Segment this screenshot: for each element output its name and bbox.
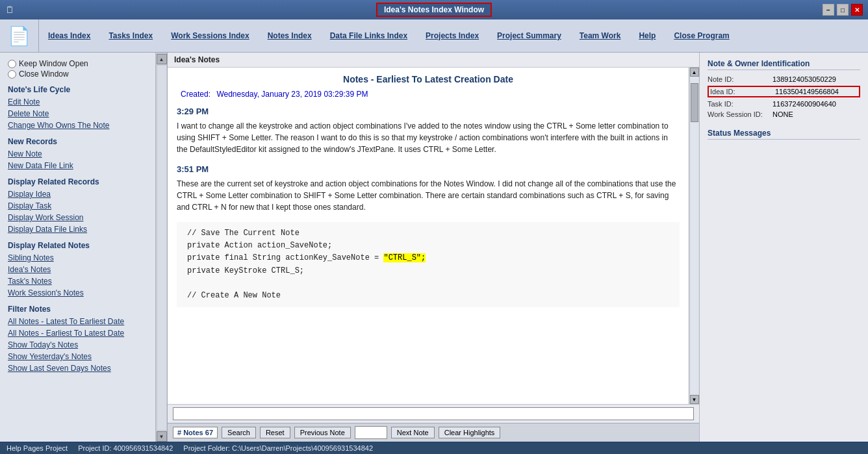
- sidebar-todays-notes[interactable]: Show Today's Notes: [8, 340, 147, 350]
- sidebar-display-work-session[interactable]: Display Work Session: [8, 212, 147, 223]
- close-window-radio[interactable]: Close Window: [8, 69, 147, 79]
- search-input[interactable]: [173, 407, 694, 420]
- status-project-folder: Project Folder: C:\Users\Darren\Projects…: [183, 444, 373, 452]
- note2-time: 3:51 PM: [177, 164, 680, 174]
- note2-text: These are the current set of keystroke a…: [177, 178, 680, 213]
- task-id-value: 1163724600904640: [772, 100, 836, 108]
- close-button[interactable]: ✕: [851, 4, 863, 16]
- sidebar-display-data-file-links[interactable]: Display Data File Links: [8, 224, 147, 234]
- menu-item-ideas-index[interactable]: Ideas Index: [39, 26, 99, 45]
- code-line-4: private KeyStroke CTRL_S;: [187, 265, 669, 277]
- code-line-3: private final String actionKey_SaveNote …: [187, 252, 669, 264]
- status-project-id: Project ID: 400956931534842: [78, 444, 173, 452]
- notes-scrollbar[interactable]: ▲ ▼: [689, 68, 699, 404]
- task-id-row: Task ID: 1163724600904640: [708, 100, 860, 108]
- idea-id-row: Idea ID: 1163504149566804: [708, 86, 860, 97]
- menu-item-close-program[interactable]: Close Program: [665, 26, 738, 45]
- display-related-records-title: Display Related Records: [8, 177, 147, 186]
- created-label: Created:: [181, 90, 211, 99]
- sidebar-display-idea[interactable]: Display Idea: [8, 189, 147, 199]
- notes-scroll-thumb[interactable]: [691, 83, 698, 122]
- scroll-up-arrow[interactable]: ▲: [157, 54, 167, 64]
- sidebar: Keep Window Open Close Window Note's Lif…: [0, 53, 156, 442]
- status-project: Help Pages Project: [6, 444, 68, 452]
- task-id-label: Task ID:: [708, 100, 772, 108]
- window-controls: − □ ✕: [823, 4, 863, 16]
- app-icon: 🗒: [5, 5, 14, 15]
- note1-time: 3:29 PM: [177, 107, 680, 116]
- status-messages-title: Status Messages: [708, 129, 860, 140]
- sidebar-yesterdays-notes[interactable]: Show Yesterday's Notes: [8, 351, 147, 362]
- notes-scroll-down[interactable]: ▼: [690, 395, 699, 404]
- notes-scroll-up[interactable]: ▲: [690, 68, 699, 77]
- note-id-value: 1389124053050229: [772, 75, 836, 83]
- menu-item-help[interactable]: Help: [630, 26, 665, 45]
- next-note-button[interactable]: Next Note: [391, 427, 435, 438]
- code-line-1: // Save The Current Note: [187, 227, 669, 240]
- menu-item-work-sessions-index[interactable]: Work Sessions Index: [162, 26, 259, 45]
- notes-area-header: Idea's Notes: [168, 53, 699, 68]
- notes-sort-title: Notes - Earliest To Latest Creation Date: [177, 74, 680, 84]
- sidebar-all-notes-latest[interactable]: All Notes - Latest To Earliest Date: [8, 316, 147, 327]
- code-line-2: private Action action_SaveNote;: [187, 240, 669, 252]
- new-records-title: New Records: [8, 137, 147, 146]
- minimize-button[interactable]: −: [823, 4, 834, 16]
- code-line-5: [187, 277, 669, 290]
- note-navigation-input[interactable]: [355, 426, 387, 439]
- reset-button[interactable]: Reset: [260, 427, 290, 438]
- idea-id-value: 1163504149566804: [775, 88, 839, 95]
- sidebar-tasks-notes[interactable]: Task's Notes: [8, 276, 147, 286]
- sidebar-new-note[interactable]: New Note: [8, 149, 147, 159]
- menu-items: Ideas Index Tasks Index Work Sessions In…: [39, 26, 739, 45]
- menu-bar-icon: 📄: [0, 19, 39, 52]
- menu-item-tasks-index[interactable]: Tasks Index: [99, 26, 162, 45]
- identification-title: Note & Owner Identification: [708, 59, 860, 70]
- scroll-down-arrow[interactable]: ▼: [157, 431, 167, 442]
- notes-main: Idea's Notes Notes - Earliest To Latest …: [168, 53, 699, 442]
- sidebar-ideas-notes[interactable]: Idea's Notes: [8, 264, 147, 275]
- notes-content: Notes - Earliest To Latest Creation Date…: [168, 68, 689, 404]
- display-related-notes-title: Display Related Notes: [8, 241, 147, 250]
- note-id-row: Note ID: 1389124053050229: [708, 75, 860, 83]
- sidebar-all-notes-earliest[interactable]: All Notes - Earliest To Latest Date: [8, 328, 147, 338]
- menu-item-project-summary[interactable]: Project Summary: [488, 26, 570, 45]
- sidebar-delete-note[interactable]: Delete Note: [8, 108, 147, 119]
- previous-note-button[interactable]: Previous Note: [294, 427, 351, 438]
- notes-scroll-track[interactable]: [691, 77, 698, 395]
- clear-highlights-button[interactable]: Clear Highlights: [439, 427, 501, 438]
- search-button[interactable]: Search: [222, 427, 256, 438]
- sidebar-edit-note[interactable]: Edit Note: [8, 97, 147, 107]
- menu-item-team-work[interactable]: Team Work: [570, 26, 630, 45]
- right-panel: Note & Owner Identification Note ID: 138…: [699, 53, 868, 442]
- menu-item-projects-index[interactable]: Projects Index: [416, 26, 488, 45]
- sidebar-display-task[interactable]: Display Task: [8, 201, 147, 211]
- main-window: 📄 Ideas Index Tasks Index Work Sessions …: [0, 19, 868, 454]
- note-code-block: // Save The Current Note private Action …: [177, 222, 680, 307]
- note1-text: I want to change all the keystroke and a…: [177, 120, 680, 155]
- work-session-id-value: NONE: [772, 110, 793, 118]
- sidebar-sibling-notes[interactable]: Sibling Notes: [8, 253, 147, 263]
- window-title: Idea's Notes Index Window: [376, 3, 492, 17]
- keep-window-open-radio[interactable]: Keep Window Open: [8, 59, 147, 68]
- sidebar-change-who-owns[interactable]: Change Who Owns The Note: [8, 120, 147, 131]
- created-value: Wednesday, January 23, 2019 03:29:39 PM: [216, 90, 368, 99]
- status-bar: Help Pages Project Project ID: 400956931…: [0, 442, 868, 454]
- notes-toolbar: # Notes 67 Search Reset Previous Note Ne…: [168, 423, 699, 442]
- idea-id-label: Idea ID:: [710, 88, 775, 95]
- sidebar-new-data-file-link[interactable]: New Data File Link: [8, 160, 147, 171]
- notes-area-wrapper: Notes - Earliest To Latest Creation Date…: [168, 68, 699, 404]
- menu-item-notes-index[interactable]: Notes Index: [259, 26, 321, 45]
- sidebar-last-seven-days[interactable]: Show Last Seven Days Notes: [8, 363, 147, 373]
- notes-count-label: # Notes: [177, 429, 203, 436]
- window-mode-group: Keep Window Open Close Window: [8, 59, 147, 79]
- work-session-id-label: Work Session ID:: [708, 110, 772, 118]
- menu-item-data-file-links-index[interactable]: Data File Links Index: [321, 26, 416, 45]
- notes-created-line: Created: Wednesday, January 23, 2019 03:…: [177, 90, 680, 99]
- search-bar-area: [168, 404, 699, 423]
- notes-life-cycle-title: Note's Life Cycle: [8, 85, 147, 94]
- sidebar-scrollbar[interactable]: ▲ ▼: [156, 53, 168, 442]
- title-bar: 🗒 Idea's Notes Index Window − □ ✕: [0, 0, 868, 19]
- restore-button[interactable]: □: [837, 4, 849, 16]
- sidebar-work-sessions-notes[interactable]: Work Session's Notes: [8, 288, 147, 298]
- scroll-track[interactable]: [157, 66, 166, 430]
